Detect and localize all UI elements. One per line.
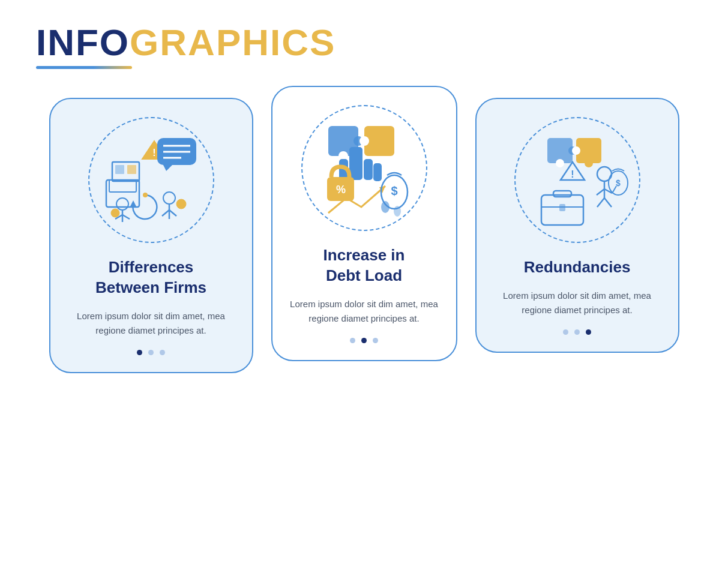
redundancies-icon: ! $ [523, 126, 631, 234]
svg-marker-8 [163, 165, 172, 171]
svg-rect-4 [127, 165, 136, 174]
svg-marker-22 [130, 200, 136, 206]
svg-text:!: ! [571, 169, 574, 179]
page-title: INFOGRAPHICS [36, 24, 335, 61]
card-debt-dots [350, 338, 378, 343]
svg-line-20 [169, 210, 176, 216]
dot-3 [160, 350, 165, 355]
card-debt-title: Increase inDebt Load [323, 245, 405, 286]
svg-line-19 [162, 210, 169, 216]
svg-point-12 [116, 198, 128, 210]
svg-rect-31 [364, 159, 373, 180]
svg-rect-51 [559, 204, 565, 211]
dot-1 [563, 329, 568, 335]
cards-container: ! [36, 98, 692, 373]
dot-2 [148, 350, 154, 355]
svg-point-41 [556, 159, 564, 167]
svg-line-54 [597, 189, 604, 195]
svg-line-57 [604, 198, 612, 207]
page-header: INFOGRAPHICS [36, 24, 335, 69]
card-debt-body: Lorem ipsum dolor sit dim amet, mea regi… [289, 297, 439, 326]
svg-text:%: % [335, 184, 345, 196]
svg-text:$: $ [391, 184, 397, 197]
svg-line-15 [122, 215, 130, 219]
debt-icon: % $ [310, 114, 418, 222]
dot-2 [574, 329, 580, 335]
svg-point-21 [176, 199, 186, 209]
card-differences: ! [49, 98, 253, 373]
dot-1 [137, 350, 142, 355]
icon-circle-debt: % $ [301, 105, 427, 231]
svg-point-28 [359, 136, 369, 146]
svg-point-39 [394, 206, 401, 217]
differences-icon: ! [97, 126, 205, 234]
svg-rect-49 [553, 191, 571, 197]
title-underline [36, 66, 132, 69]
svg-rect-3 [115, 165, 124, 174]
dot-2 [361, 338, 367, 343]
card-differences-dots [137, 350, 165, 355]
card-redundancies-dots [563, 329, 591, 335]
svg-line-60 [612, 186, 616, 193]
svg-text:!: ! [152, 148, 155, 158]
card-differences-title: DifferencesBetween Firms [95, 257, 206, 298]
dot-1 [350, 338, 355, 343]
card-redundancies: ! $ Redundancies Lorem ipsum [475, 98, 679, 353]
svg-point-38 [381, 201, 390, 213]
icon-circle-redundancies: ! $ [514, 117, 640, 243]
svg-rect-32 [373, 163, 382, 181]
title-info: INFO [36, 22, 130, 63]
card-differences-body: Lorem ipsum dolor sit dim amet, mea regi… [67, 309, 235, 338]
icon-circle-differences: ! [88, 117, 214, 243]
svg-point-17 [163, 192, 175, 204]
svg-point-23 [143, 193, 148, 197]
card-redundancies-body: Lorem ipsum dolor sit dim amet, mea regi… [493, 289, 661, 317]
dot-3 [586, 329, 591, 335]
title-graphics: GRAPHICS [130, 22, 335, 63]
svg-line-56 [597, 198, 604, 207]
svg-point-45 [585, 159, 593, 167]
svg-point-44 [572, 146, 580, 155]
dot-3 [373, 338, 378, 343]
card-redundancies-title: Redundancies [524, 257, 631, 278]
card-debt: % $ Increase inDebt Load Lorem ipsum dol… [271, 86, 457, 361]
svg-point-16 [111, 209, 119, 217]
